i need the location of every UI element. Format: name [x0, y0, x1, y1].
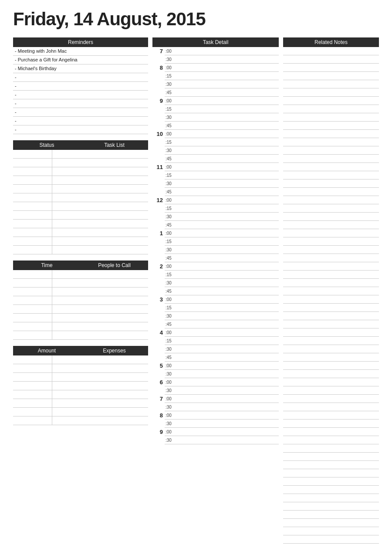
time-block: 11:00:15:30:45: [152, 163, 279, 196]
time-slot-row: :45: [165, 122, 279, 130]
time-slot-content: [176, 406, 279, 408]
task-detail-header: Task Detail: [152, 37, 279, 47]
expense-amount: [13, 390, 52, 399]
note-row: [283, 155, 379, 163]
task-status: [13, 202, 52, 210]
people-to-call-section: Time People to Call: [13, 261, 148, 340]
time-slot-label: :30: [165, 314, 176, 318]
expenses-rows: [13, 355, 148, 425]
time-slot-row: :30: [165, 213, 279, 221]
people-to-call-header-row: Time People to Call: [13, 261, 148, 270]
call-person: [52, 270, 148, 278]
time-slot-content: [176, 398, 279, 399]
task-list-section: Status Task List: [13, 140, 148, 254]
time-slot-row: :30: [165, 436, 279, 444]
note-row: [283, 122, 379, 130]
note-row: [283, 428, 379, 436]
task-status: [13, 159, 52, 167]
expense-row: [13, 355, 148, 364]
time-slot-label: :45: [165, 355, 176, 360]
reminder-row: -: [13, 108, 148, 117]
time-block: 10:00:15:30:45: [152, 130, 279, 163]
note-row: [283, 436, 379, 444]
task-item: [52, 150, 148, 158]
time-slots: :00:30: [165, 378, 279, 395]
reminder-row: - Michael's Birthday: [13, 64, 148, 73]
time-slot-row: :30: [165, 403, 279, 411]
note-row: [283, 328, 379, 337]
time-slot-row: :00: [165, 262, 279, 271]
time-slot-content: [176, 116, 279, 118]
time-slot-label: :00: [165, 264, 176, 269]
time-slot-content: [176, 100, 279, 102]
hour-label: 4: [152, 328, 165, 336]
note-row: [283, 345, 379, 353]
time-slot-label: :45: [165, 289, 176, 294]
time-slot-label: :00: [165, 396, 176, 401]
time-slot-label: :00: [165, 430, 176, 434]
task-status: [13, 176, 52, 184]
note-row: [283, 88, 379, 97]
time-slots: :00:15:30:45: [165, 295, 279, 328]
expense-item: [52, 399, 148, 407]
expense-amount: [13, 373, 52, 381]
note-row: [283, 420, 379, 428]
call-person: [52, 305, 148, 313]
time-slot-content: [176, 83, 279, 85]
hour-label: 2: [152, 262, 165, 270]
note-row: [283, 188, 379, 196]
note-row: [283, 295, 379, 304]
time-slot-label: :45: [165, 190, 176, 194]
note-row: [283, 113, 379, 122]
note-row: [283, 370, 379, 378]
time-slot-row: :30: [165, 179, 279, 188]
time-slot-row: :00: [165, 97, 279, 105]
expense-amount: [13, 364, 52, 372]
time-slot-row: :00: [165, 47, 279, 55]
task-status: [13, 220, 52, 228]
note-row: [283, 279, 379, 287]
reminder-row: -: [13, 82, 148, 91]
task-item: [52, 237, 148, 245]
reminders-header: Reminders: [13, 37, 148, 47]
expense-row: [13, 416, 148, 425]
task-list-row: [13, 228, 148, 237]
note-row: [283, 320, 379, 328]
time-slot-label: :45: [165, 156, 176, 161]
note-row: [283, 362, 379, 370]
time-slot-content: [176, 158, 279, 159]
time-slot-row: :15: [165, 337, 279, 345]
time-slots: :00:15:30:45: [165, 328, 279, 362]
reminder-row: -: [13, 99, 148, 108]
time-block: 9:00:30: [152, 428, 279, 444]
time-slot-row: :00: [165, 196, 279, 204]
time-slot-content: [176, 356, 279, 358]
time-block: 2:00:15:30:45: [152, 262, 279, 295]
time-slot-content: [176, 166, 279, 168]
expense-amount: [13, 416, 52, 425]
time-slot-content: [176, 133, 279, 135]
time-slots: :00:15:30:45: [165, 229, 279, 262]
related-notes-column: Related Notes: [283, 37, 379, 544]
time-slot-label: :30: [165, 438, 176, 443]
task-list-row: [13, 167, 148, 176]
time-slot-content: [176, 199, 279, 201]
task-list-rows: [13, 150, 148, 254]
expense-row: [13, 382, 148, 390]
time-block: 9:00:15:30:45: [152, 97, 279, 130]
note-row: [283, 179, 379, 188]
time-slot-row: :30: [165, 246, 279, 254]
time-slot-content: [176, 423, 279, 424]
time-block: 7:00:30: [152, 395, 279, 411]
time-slot-label: :30: [165, 405, 176, 409]
time-slot-label: :00: [165, 363, 176, 368]
amount-header: Amount: [13, 346, 81, 355]
time-slot-row: :15: [165, 271, 279, 279]
call-time: [13, 322, 52, 331]
page-title: Friday, 14 August, 2015: [13, 9, 379, 30]
time-slot-content: [176, 265, 279, 267]
time-slot-row: :45: [165, 88, 279, 97]
call-time: [13, 331, 52, 339]
task-list-row: [13, 237, 148, 246]
time-slot-label: :30: [165, 421, 176, 426]
